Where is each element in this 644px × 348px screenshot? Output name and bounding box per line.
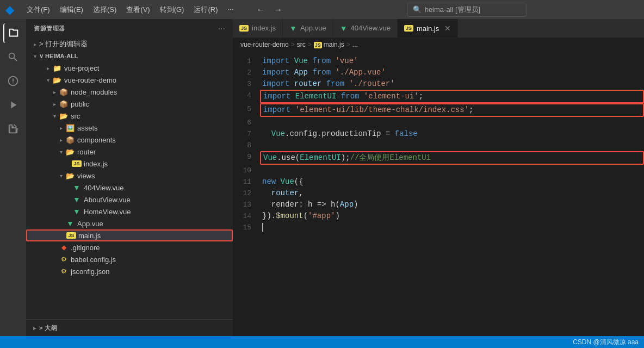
tab-close-button[interactable]: ✕ [444,24,451,33]
activity-bar [0,19,26,336]
line-num-2: 2 [233,67,260,78]
root-folder[interactable]: ∨ HEIMA-ALL [26,50,233,62]
titlebar: ◆ 文件(F) 编辑(E) 选择(S) 查看(V) 转到(G) 运行(R) ··… [0,0,644,19]
components-label: components [77,136,228,144]
line-content-3: import router from './router' [260,78,644,90]
nav-back-button[interactable]: ← [253,4,268,16]
vue-project-item[interactable]: 📁 vue-project [26,62,233,74]
line-num-11: 11 [233,176,260,188]
line-num-13: 13 [233,199,260,210]
tab-main-js[interactable]: JS main.js ✕ [398,19,458,38]
activity-files-icon[interactable] [3,23,23,43]
line-num-10: 10 [233,165,260,176]
assets-label: assets [77,124,228,132]
breadcrumb-sep-1: > [291,41,295,48]
public-item[interactable]: 📦 public [26,98,233,110]
line-num-9: 9 [233,151,260,163]
views-label: views [77,172,228,180]
git-icon: ◆ [59,243,69,252]
vue-router-demo-item[interactable]: 📂 vue-router-demo [26,74,233,86]
code-line-2: 2 import App from './App.vue' [233,67,644,78]
menu-goto[interactable]: 转到(G) [156,3,189,17]
tab-vue-icon-2: ▼ [340,24,348,33]
search-bar[interactable]: 🔍 heima-all [管理员] [407,3,527,17]
status-text: CSDN @清风微凉 aaa [573,338,639,347]
folder-open-icon: 📂 [52,75,62,85]
views-arrow [57,171,65,180]
open-editors-section[interactable]: > 打开的编辑器 [26,38,233,50]
line-num-4: 4 [233,90,260,101]
home-view-item[interactable]: ▼ HomeView.vue [26,206,233,217]
router-item[interactable]: 📂 router [26,146,233,158]
vue-router-demo-arrow [44,76,52,84]
code-line-10: 10 [233,165,644,176]
outline-label: > 大纲 [39,324,57,332]
router-index-label: index.js [84,160,228,168]
app-vue-item[interactable]: ▼ App.vue [26,217,233,229]
menu-more[interactable]: ··· [223,3,238,17]
view-404-label: 404View.vue [84,184,228,192]
vue-project-arrow [44,64,52,72]
line-content-6 [260,117,644,128]
outline-header[interactable]: > 大纲 [26,322,233,334]
public-label: public [71,100,228,108]
search-icon: 🔍 [413,5,422,14]
sidebar-content: > 打开的编辑器 ∨ HEIMA-ALL 📁 vue-project 📂 vue… [26,38,233,319]
assets-arrow [57,123,65,132]
open-editors-label: > 打开的编辑器 [39,39,228,49]
node-modules-arrow [50,88,59,96]
app-vue-label: App.vue [77,220,228,228]
tab-404-vue-label: 404View.vue [351,24,391,32]
menu-edit[interactable]: 编辑(E) [55,3,88,17]
components-item[interactable]: 📦 components [26,134,233,146]
breadcrumb-part-2: src [297,41,306,48]
about-view-item[interactable]: ▼ AboutView.vue [26,194,233,206]
tab-app-vue[interactable]: ▼ App.vue [283,19,333,38]
activity-search-icon[interactable] [3,47,23,67]
menu-file[interactable]: 文件(F) [22,3,54,17]
components-arrow [57,135,65,144]
babel-item[interactable]: ⚙ babel.config.js [26,253,233,265]
code-line-12: 12 router, [233,188,644,199]
node-modules-item[interactable]: 📦 node_modules [26,86,233,98]
sidebar-more-button[interactable]: ··· [218,24,225,34]
line-num-8: 8 [233,140,260,151]
tab-404view-vue[interactable]: ▼ 404View.vue [333,19,398,38]
breadcrumb-part-1: vue-router-demo [240,41,289,48]
line-content-7: Vue.config.productionTip = false [260,128,644,140]
tab-js-icon-2: JS [404,25,413,32]
router-index-item[interactable]: JS index.js [26,158,233,170]
activity-extensions-icon[interactable] [3,119,23,139]
code-line-7: 7 Vue.config.productionTip = false [233,128,644,140]
code-editor[interactable]: 1 import Vue from 'vue' 2 import App fro… [233,51,644,336]
status-bar: CSDN @清风微凉 aaa [0,336,644,348]
views-item[interactable]: 📂 views [26,170,233,182]
gitignore-item[interactable]: ◆ .gitignore [26,241,233,253]
tab-index-js[interactable]: JS index.js [233,19,283,38]
about-view-label: AboutView.vue [84,196,228,204]
breadcrumb-sep-2: > [308,41,312,48]
line-content-5: import 'element-ui/lib/theme-chalk/index… [260,103,644,117]
line-content-9: Vue.use(ElementUI);//全局使用ElementUi [260,151,644,165]
menu-select[interactable]: 选择(S) [89,3,121,17]
src-item[interactable]: 📂 src [26,110,233,122]
jsconfig-item[interactable]: ⚙ jsconfig.json [26,265,233,277]
tab-app-vue-label: App.vue [300,24,326,32]
tab-js-icon: JS [239,25,249,32]
main-js-icon: JS [66,231,76,240]
activity-run-icon[interactable] [3,95,23,115]
nav-forward-button[interactable]: → [270,4,286,16]
breadcrumb-js-icon: JSmain.js [314,41,344,48]
assets-item[interactable]: 🖼️ assets [26,122,233,134]
view-404-item[interactable]: ▼ 404View.vue [26,182,233,194]
menu-run[interactable]: 运行(R) [189,3,222,17]
tab-bar: JS index.js ▼ App.vue ▼ 404View.vue JS m… [233,19,644,38]
outline-arrow [30,324,39,332]
menu-view[interactable]: 查看(V) [122,3,154,17]
line-content-8 [260,140,644,151]
menu-bar: 文件(F) 编辑(E) 选择(S) 查看(V) 转到(G) 运行(R) ··· [22,3,238,17]
activity-source-control-icon[interactable] [3,71,23,91]
line-content-1: import Vue from 'vue' [260,55,644,67]
main-js-item[interactable]: JS main.js [26,229,233,241]
line-content-2: import App from './App.vue' [260,67,644,78]
